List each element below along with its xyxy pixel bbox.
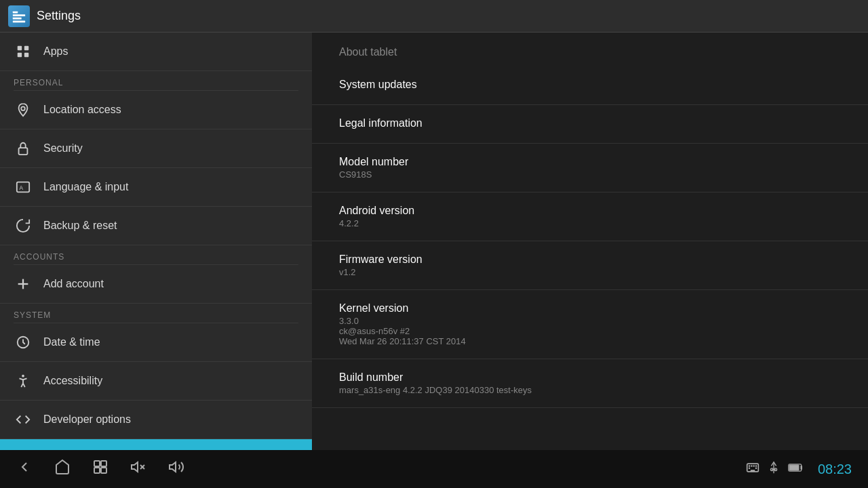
build-number-value: mars_a31s-eng 4.2.2 JDQ39 20140330 test-… <box>339 385 841 395</box>
sidebar-item-security[interactable]: Security <box>0 129 312 168</box>
security-label: Security <box>43 142 83 155</box>
section-header-personal: PERSONAL <box>0 71 312 90</box>
sidebar-item-location-access[interactable]: Location access <box>0 91 312 129</box>
content-area: About tablet System updates Legal inform… <box>312 33 868 450</box>
system-updates-label: System updates <box>339 79 841 91</box>
section-header-accounts: ACCOUNTS <box>0 245 312 264</box>
accessibility-label: Accessibility <box>43 375 102 387</box>
kernel-version-value: 3.3.0ck@asus-n56v #2Wed Mar 26 20:11:37 … <box>339 316 841 346</box>
legal-information-label: Legal information <box>339 117 841 129</box>
app-icon <box>8 5 30 27</box>
location-icon <box>14 100 33 119</box>
content-item-kernel-version[interactable]: Kernel version 3.3.0ck@asus-n56v #2Wed M… <box>312 290 868 359</box>
svg-rect-0 <box>13 11 18 13</box>
sidebar-item-about-tablet[interactable]: About tablet <box>0 439 312 450</box>
main-layout: Apps PERSONAL Location access Security <box>0 33 868 450</box>
code-icon <box>14 410 33 429</box>
svg-text:A: A <box>20 185 24 191</box>
keyboard-icon <box>746 461 760 478</box>
android-version-label: Android version <box>339 205 841 217</box>
apps-label: Apps <box>43 45 68 58</box>
add-icon <box>14 274 33 293</box>
svg-point-8 <box>21 106 25 110</box>
location-access-label: Location access <box>43 104 121 116</box>
clock-icon <box>14 333 33 352</box>
back-button[interactable] <box>16 459 33 479</box>
svg-rect-4 <box>18 46 22 50</box>
vol-down-button[interactable] <box>130 459 146 479</box>
date-time-label: Date & time <box>43 336 100 348</box>
svg-rect-9 <box>19 148 28 155</box>
svg-marker-26 <box>170 462 176 472</box>
svg-rect-19 <box>94 461 100 466</box>
add-account-label: Add account <box>43 278 104 290</box>
sidebar-item-accessibility[interactable]: Accessibility <box>0 362 312 401</box>
content-item-model-number[interactable]: Model number CS918S <box>312 144 868 192</box>
sidebar-item-apps[interactable]: Apps <box>0 33 312 71</box>
sidebar: Apps PERSONAL Location access Security <box>0 33 312 450</box>
content-section-title: About tablet <box>312 33 868 66</box>
backup-icon <box>14 216 33 235</box>
sidebar-item-backup-reset[interactable]: Backup & reset <box>0 207 312 245</box>
nav-icons <box>16 459 184 479</box>
sidebar-item-developer-options[interactable]: Developer options <box>0 401 312 439</box>
language-input-label: Language & input <box>43 181 128 193</box>
content-item-firmware-version[interactable]: Firmware version v1.2 <box>312 241 868 290</box>
sidebar-item-add-account[interactable]: Add account <box>0 265 312 304</box>
recents-button[interactable] <box>92 459 108 479</box>
language-icon: A <box>14 178 33 197</box>
sidebar-item-language-input[interactable]: A Language & input <box>0 168 312 207</box>
kernel-version-label: Kernel version <box>339 302 841 314</box>
build-number-label: Build number <box>339 371 841 384</box>
svg-rect-2 <box>13 17 22 19</box>
vol-up-button[interactable] <box>168 459 184 479</box>
sidebar-item-date-time[interactable]: Date & time <box>0 323 312 362</box>
clock: 08:23 <box>818 462 852 477</box>
model-number-value: CS918S <box>339 169 841 180</box>
content-item-legal-information[interactable]: Legal information <box>312 105 868 144</box>
accessibility-icon <box>14 371 33 390</box>
svg-point-15 <box>22 375 24 378</box>
android-version-value: 4.2.2 <box>339 218 841 228</box>
security-icon <box>14 139 33 158</box>
developer-options-label: Developer options <box>43 413 131 426</box>
section-header-system: SYSTEM <box>0 304 312 323</box>
usb-icon <box>768 461 780 478</box>
svg-rect-7 <box>24 53 28 57</box>
backup-reset-label: Backup & reset <box>43 220 117 232</box>
svg-rect-22 <box>101 468 106 473</box>
status-icons: 08:23 <box>746 461 852 478</box>
firmware-version-label: Firmware version <box>339 253 841 266</box>
content-item-android-version[interactable]: Android version 4.2.2 <box>312 192 868 241</box>
battery-icon <box>788 462 804 477</box>
content-item-build-number[interactable]: Build number mars_a31s-eng 4.2.2 JDQ39 2… <box>312 359 868 408</box>
app-title: Settings <box>37 9 81 23</box>
model-number-label: Model number <box>339 156 841 168</box>
svg-marker-23 <box>132 462 138 472</box>
svg-rect-6 <box>18 53 22 57</box>
svg-rect-1 <box>13 14 25 16</box>
svg-rect-20 <box>101 461 106 466</box>
status-bar: 08:23 <box>0 450 868 488</box>
svg-rect-21 <box>94 468 100 473</box>
home-button[interactable] <box>54 459 71 479</box>
title-bar: Settings <box>0 0 868 33</box>
svg-rect-3 <box>13 20 25 22</box>
apps-icon <box>14 42 33 61</box>
svg-rect-5 <box>24 46 28 50</box>
firmware-version-value: v1.2 <box>339 267 841 277</box>
content-item-system-updates[interactable]: System updates <box>312 66 868 105</box>
svg-rect-38 <box>789 465 799 470</box>
